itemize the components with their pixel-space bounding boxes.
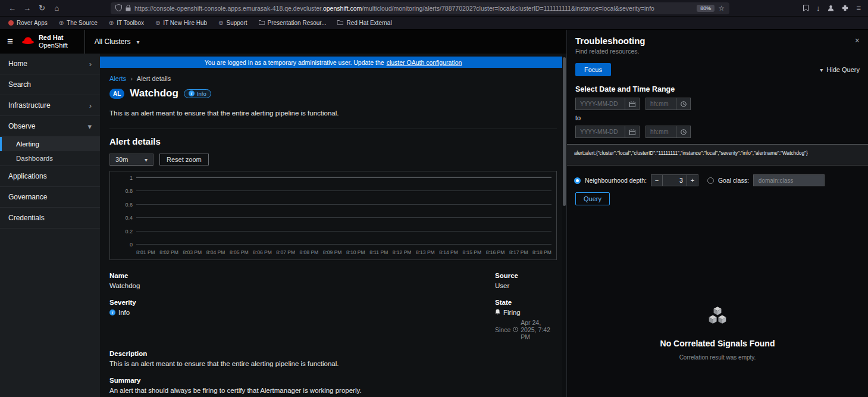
clock-icon[interactable] (676, 98, 691, 110)
goal-class-radio[interactable] (707, 177, 714, 184)
sidebar-item-governance[interactable]: Governance (0, 187, 100, 208)
sidebar-item-dashboards[interactable]: Dashboards (0, 151, 100, 165)
chart-series (136, 177, 551, 244)
field-source: Source User (495, 272, 557, 289)
neighbourhood-depth-radio[interactable] (574, 177, 581, 184)
query-button[interactable]: Query (575, 192, 610, 205)
to-label: to (567, 114, 868, 121)
download-icon[interactable]: ↓ (816, 4, 820, 12)
sidebar-item-infrastructure[interactable]: Infrastructure› (0, 95, 100, 116)
state-since: Since Apr 24, 2025, 7:42 PM (495, 319, 557, 340)
start-date-input[interactable]: YYYY-MM-DD (575, 98, 625, 110)
globe-icon: ⊕ (218, 20, 223, 26)
field-name: Name Watchdog (109, 272, 495, 289)
bookmark-red-hat-external[interactable]: Red Hat External (337, 20, 391, 26)
tracking-protection-icon[interactable] (115, 3, 122, 14)
alert-chart: 00.20.40.60.81 8:01 PM8:02 PM8:03 PM8:04… (109, 171, 557, 260)
forward-icon[interactable]: → (20, 4, 35, 12)
field-severity: Severity i Info (109, 299, 495, 340)
oauth-configuration-link[interactable]: cluster OAuth configuration (387, 59, 462, 66)
sidebar-toggle-icon[interactable]: ≡ (7, 36, 13, 48)
close-icon[interactable]: × (855, 36, 860, 45)
time-range-select[interactable]: 30m ▾ (109, 154, 153, 165)
troubleshooting-panel: Troubleshooting × Find related resources… (566, 30, 868, 397)
toolbar-right-icons: ↓ ≡ (803, 3, 863, 14)
bookmarks-library-icon[interactable] (803, 3, 809, 14)
folder-icon (337, 20, 343, 26)
hide-query-toggle[interactable]: ▾ Hide Query (820, 66, 860, 73)
field-summary: Summary An alert that should always be f… (109, 377, 495, 394)
login-banner: You are logged in as a temporary adminis… (100, 57, 566, 68)
calendar-icon[interactable] (625, 98, 640, 110)
start-time-input[interactable]: hh:mm (645, 98, 676, 110)
sidebar-item-search[interactable]: Search (0, 74, 100, 95)
clock-icon (513, 326, 518, 333)
main-content: You are logged in as a temporary adminis… (100, 54, 566, 397)
goal-class-input[interactable]: domain:class (753, 174, 825, 186)
bookmark-rover-apps[interactable]: Rover Apps (8, 20, 48, 26)
panel-subtitle: Find related resources. (567, 48, 868, 55)
panel-title: Troubleshooting (575, 36, 645, 46)
redhat-openshift-logo: Red HatOpenShift (21, 34, 77, 49)
focus-button[interactable]: Focus (575, 63, 611, 76)
bookmark-presentation-resources[interactable]: Presentation Resour... (259, 20, 327, 26)
sidebar-item-alerting[interactable]: Alerting (0, 137, 100, 151)
bookmark-it-new-hire-hub[interactable]: ⊕IT New Hire Hub (155, 20, 207, 26)
sidebar-item-home[interactable]: Home› (0, 54, 100, 74)
sidebar-item-credentials[interactable]: Credentials (0, 208, 100, 229)
account-icon[interactable] (828, 3, 834, 14)
end-date-input[interactable]: YYYY-MM-DD (575, 126, 625, 138)
lock-icon[interactable] (126, 3, 131, 14)
section-divider (109, 129, 557, 129)
observe-submenu: Alerting Dashboards (0, 137, 100, 166)
menu-icon[interactable]: ≡ (856, 4, 861, 12)
cluster-selector[interactable]: All Clusters ▾ (84, 30, 149, 54)
chevron-down-icon: ▾ (87, 122, 92, 131)
calendar-icon[interactable] (625, 126, 640, 138)
bookmark-star-icon[interactable]: ☆ (718, 4, 725, 12)
bell-icon (495, 309, 500, 316)
alert-badge: AL (109, 89, 124, 99)
query-expression[interactable]: alert:alert:{"cluster":"local","clusterI… (567, 144, 868, 165)
cubes-icon (704, 305, 731, 332)
clock-icon[interactable] (676, 126, 691, 138)
sidebar-item-observe[interactable]: Observe▾ (0, 116, 100, 137)
chart-plot: 00.20.40.60.81 (136, 177, 551, 244)
chevron-down-icon: ▾ (820, 67, 823, 73)
bookmarks-bar: Rover Apps ⊕The Source ⊕IT Toolbox ⊕IT N… (0, 17, 868, 30)
alert-description-lede: This is an alert meant to ensure that th… (109, 110, 557, 117)
breadcrumb-alerts-link[interactable]: Alerts (109, 75, 126, 82)
info-icon: i (189, 90, 195, 96)
sidebar-item-applications[interactable]: Applications (0, 166, 100, 187)
reset-zoom-button[interactable]: Reset zoom (159, 154, 209, 165)
end-time-input[interactable]: hh:mm (645, 126, 676, 138)
chart-x-axis: 8:01 PM8:02 PM8:03 PM8:04 PM8:05 PM8:06 … (136, 249, 551, 255)
extensions-icon[interactable] (842, 3, 848, 14)
bookmark-the-source[interactable]: ⊕The Source (59, 20, 98, 26)
empty-state-subtitle: Correlation result was empty. (679, 354, 756, 361)
empty-state-title: No Correlated Signals Found (660, 339, 775, 348)
back-icon[interactable]: ← (5, 4, 20, 12)
globe-icon: ⊕ (109, 20, 114, 26)
depth-stepper: − 3 + (651, 174, 698, 186)
neighbourhood-depth-label: Neighbourhood depth: (585, 177, 647, 184)
alert-details-heading: Alert details (109, 136, 557, 146)
bookmark-it-toolbox[interactable]: ⊕IT Toolbox (109, 20, 144, 26)
scrollbar-thumb[interactable] (563, 57, 566, 206)
chevron-right-icon: › (89, 60, 92, 68)
home-icon[interactable]: ⌂ (49, 4, 64, 12)
main-scrollbar[interactable] (562, 54, 566, 397)
empty-state: No Correlated Signals Found Correlation … (567, 305, 868, 361)
goal-class-label: Goal class: (718, 177, 749, 184)
page-title: Watchdog (130, 87, 178, 99)
bookmark-support[interactable]: ⊕Support (218, 20, 247, 26)
globe-icon: ⊕ (59, 20, 64, 26)
reload-icon[interactable]: ↻ (35, 4, 49, 12)
chevron-right-icon: › (89, 101, 92, 110)
breadcrumb: Alerts › Alert details (109, 75, 557, 82)
zoom-indicator[interactable]: 80% (697, 5, 715, 12)
depth-value[interactable]: 3 (663, 174, 687, 186)
plus-button[interactable]: + (687, 174, 698, 186)
url-bar[interactable]: https://console-openshift-console.apps.e… (111, 2, 729, 14)
minus-button[interactable]: − (651, 174, 663, 186)
